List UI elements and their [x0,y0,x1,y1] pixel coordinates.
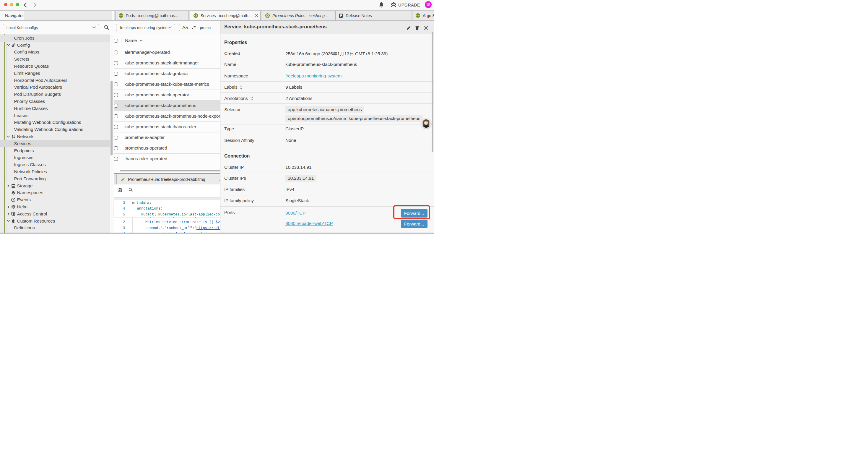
svg-text:HELM: HELM [11,206,16,208]
